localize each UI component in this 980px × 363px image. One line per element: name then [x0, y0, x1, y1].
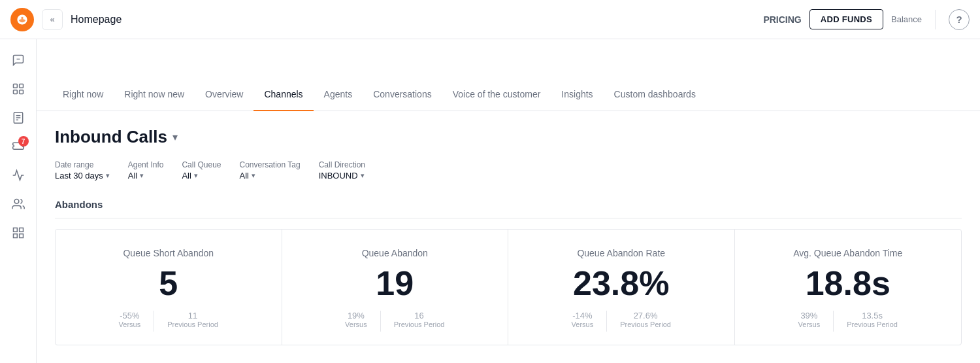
expand-button[interactable]: « — [42, 9, 63, 30]
tab-channels[interactable]: Channels — [253, 78, 313, 111]
metric-versus-2: -14% Versus — [572, 311, 594, 328]
svg-rect-2 — [13, 84, 17, 88]
balance-label: Balance — [891, 14, 922, 24]
metric-title-2: Queue Abandon Rate — [524, 248, 719, 258]
title-dropdown-icon[interactable]: ▾ — [172, 131, 178, 143]
filters-row: Date range Last 30 days ▾ Agent Info All… — [55, 160, 962, 181]
page-title-row: Inbound Calls ▾ — [55, 127, 962, 147]
filter-agent-info: Agent Info All ▾ — [128, 160, 164, 181]
page-title: Homepage — [71, 14, 755, 26]
sidebar-item-tickets[interactable]: 7 — [5, 133, 31, 160]
metric-value-1: 19 — [298, 266, 493, 300]
filter-label-direction: Call Direction — [319, 160, 365, 169]
metric-title-0: Queue Short Abandon — [71, 248, 266, 258]
app-logo — [10, 8, 34, 31]
tab-custom-dashboards[interactable]: Custom dashboards — [604, 78, 706, 111]
content-area: Inbound Calls ▾ Date range Last 30 days … — [37, 111, 980, 361]
filter-caret-tag: ▾ — [252, 171, 255, 180]
filter-call-queue: Call Queue All ▾ — [182, 160, 221, 181]
filter-label-tag: Conversation Tag — [239, 160, 300, 169]
help-button[interactable]: ? — [949, 9, 970, 30]
sidebar-item-history[interactable] — [5, 76, 31, 102]
filter-value-direction[interactable]: INBOUND ▾ — [319, 171, 365, 181]
svg-rect-3 — [19, 84, 23, 88]
metric-previous-1: 16 Previous Period — [394, 311, 445, 328]
filter-label-queue: Call Queue — [182, 160, 221, 169]
separator — [380, 311, 381, 332]
metric-previous-2: 27.6% Previous Period — [620, 311, 671, 328]
filter-value-queue[interactable]: All ▾ — [182, 171, 221, 181]
metric-queue-abandon-rate: Queue Abandon Rate 23.8% -14% Versus 27.… — [508, 230, 735, 345]
tab-overview[interactable]: Overview — [195, 78, 253, 111]
metrics-grid: Queue Short Abandon 5 -55% Versus 11 Pre… — [55, 229, 962, 345]
filter-caret-queue: ▾ — [194, 171, 198, 180]
filter-label-date: Date range — [55, 160, 110, 169]
tab-voice-of-customer[interactable]: Voice of the customer — [442, 78, 551, 111]
filter-value-date[interactable]: Last 30 days ▾ — [55, 171, 110, 181]
metric-value-2: 23.8% — [524, 266, 719, 300]
separator — [154, 311, 154, 332]
sidebar: 7 — [0, 39, 37, 363]
metric-title-1: Queue Abandon — [298, 248, 493, 258]
metric-value-0: 5 — [71, 266, 266, 300]
filter-caret-direction: ▾ — [361, 171, 365, 180]
filter-caret-agent: ▾ — [140, 171, 144, 180]
ticket-badge: 7 — [18, 136, 29, 147]
svg-rect-14 — [13, 234, 17, 238]
metric-title-3: Avg. Queue Abandon Time — [751, 248, 946, 258]
metric-versus-3: 39% Versus — [798, 311, 821, 328]
filter-date-range: Date range Last 30 days ▾ — [55, 160, 110, 181]
sidebar-item-people[interactable] — [5, 191, 31, 217]
main-content: Right now Right now new Overview Channel… — [37, 39, 980, 361]
nav-tabs: Right now Right now new Overview Channel… — [37, 78, 980, 111]
separator — [833, 311, 834, 332]
sidebar-item-analytics[interactable] — [5, 162, 31, 188]
metric-queue-short-abandon: Queue Short Abandon 5 -55% Versus 11 Pre… — [56, 230, 282, 345]
svg-rect-11 — [13, 228, 17, 232]
metric-previous-3: 13.5s Previous Period — [847, 311, 898, 328]
sidebar-item-chat[interactable] — [5, 47, 31, 73]
metric-queue-abandon: Queue Abandon 19 19% Versus 16 Previous … — [282, 230, 509, 345]
metric-avg-queue-abandon-time: Avg. Queue Abandon Time 18.8s 39% Versus… — [735, 230, 962, 345]
filter-value-tag[interactable]: All ▾ — [239, 171, 300, 181]
divider — [935, 10, 936, 29]
separator — [606, 311, 607, 332]
add-funds-button[interactable]: ADD FUNDS — [809, 9, 883, 29]
sidebar-item-grid[interactable] — [5, 220, 31, 246]
pricing-button[interactable]: PRICING — [763, 14, 801, 25]
tab-right-now[interactable]: Right now — [52, 78, 114, 111]
filter-call-direction: Call Direction INBOUND ▾ — [319, 160, 365, 181]
tab-conversations[interactable]: Conversations — [363, 78, 442, 111]
metric-value-3: 18.8s — [751, 266, 946, 300]
metric-footer-2: -14% Versus 27.6% Previous Period — [524, 311, 719, 332]
tab-right-now-new[interactable]: Right now new — [114, 78, 195, 111]
tab-insights[interactable]: Insights — [551, 78, 603, 111]
metric-footer-0: -55% Versus 11 Previous Period — [71, 311, 266, 332]
metric-footer-1: 19% Versus 16 Previous Period — [298, 311, 493, 332]
filter-label-agent: Agent Info — [128, 160, 164, 169]
metric-previous-0: 11 Previous Period — [167, 311, 218, 328]
svg-rect-5 — [19, 90, 23, 94]
metric-versus-1: 19% Versus — [345, 311, 367, 328]
svg-rect-12 — [19, 228, 23, 232]
metric-versus-0: -55% Versus — [119, 311, 141, 328]
filter-conversation-tag: Conversation Tag All ▾ — [239, 160, 300, 181]
metric-footer-3: 39% Versus 13.5s Previous Period — [751, 311, 946, 332]
filter-caret-date: ▾ — [106, 171, 110, 180]
tab-agents[interactable]: Agents — [314, 78, 363, 111]
abandons-section-label: Abandons — [55, 199, 962, 218]
sidebar-item-reports[interactable] — [5, 105, 31, 131]
inbound-calls-title: Inbound Calls — [55, 127, 167, 147]
svg-point-10 — [14, 199, 19, 204]
topbar: « Homepage PRICING ADD FUNDS Balance ? — [0, 0, 980, 39]
svg-rect-13 — [19, 234, 23, 238]
filter-value-agent[interactable]: All ▾ — [128, 171, 164, 181]
svg-rect-4 — [13, 90, 17, 94]
